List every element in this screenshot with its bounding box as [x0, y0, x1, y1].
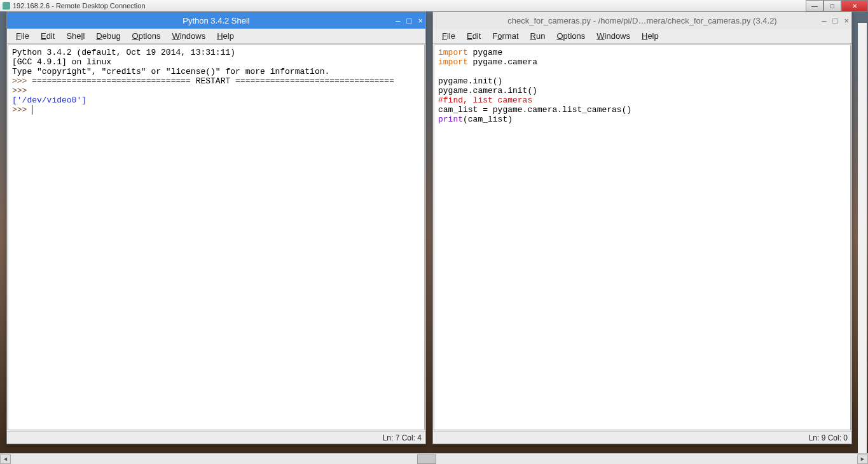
code-print: print — [438, 115, 463, 124]
code-init1: pygame.init() — [438, 76, 502, 86]
code-pygame-camera: pygame.camera — [468, 57, 537, 67]
shell-output: ['/dev/video0'] — [12, 95, 86, 105]
shell-menu-debug[interactable]: Debug — [91, 30, 125, 42]
shell-window-controls: – □ × — [396, 16, 423, 25]
desktop-hscrollbar[interactable]: ◄ ► — [0, 453, 868, 464]
hscroll-thumb[interactable] — [417, 454, 436, 464]
shell-menu-options[interactable]: Options — [127, 30, 166, 42]
editor-menu-windows[interactable]: Windows — [591, 30, 635, 42]
editor-close-button[interactable]: × — [844, 16, 849, 25]
shell-line-1: Python 3.4.2 (default, Oct 19 2014, 13:3… — [12, 48, 235, 57]
outer-window-controls: — □ ✕ — [806, 0, 868, 11]
editor-window-controls: – □ × — [822, 16, 849, 25]
shell-prompt-3: >>> — [12, 105, 32, 115]
shell-prompt-2: >>> — [12, 86, 32, 95]
hscroll-track[interactable] — [11, 454, 857, 464]
editor-menu-help[interactable]: Help — [637, 30, 664, 42]
python-shell-window: Python 3.4.2 Shell – □ × File Edit Shell… — [6, 11, 426, 444]
outer-close-button[interactable]: ✕ — [841, 0, 868, 11]
shell-close-button[interactable]: × — [418, 16, 423, 25]
editor-title: check_for_cameras.py - /home/pi/D…mera/c… — [507, 16, 776, 25]
shell-title: Python 3.4.2 Shell — [183, 16, 250, 25]
editor-status: Ln: 9 Col: 0 — [809, 433, 848, 442]
code-comment: #find, list cameras — [438, 95, 532, 105]
code-init2: pygame.camera.init() — [438, 86, 537, 95]
desktop-vscrollbar[interactable] — [858, 23, 867, 453]
remote-desktop-area: Python 3.4.2 Shell – □ × File Edit Shell… — [0, 11, 868, 464]
shell-menu-windows[interactable]: Windows — [167, 30, 210, 42]
code-camlist: cam_list = pygame.camera.list_cameras() — [438, 105, 631, 115]
shell-titlebar[interactable]: Python 3.4.2 Shell – □ × — [7, 12, 425, 29]
editor-window: check_for_cameras.py - /home/pi/D…mera/c… — [432, 11, 852, 444]
rdp-titlebar: 192.168.2.6 - Remote Desktop Connection — [0, 0, 868, 11]
shell-menubar: File Edit Shell Debug Options Windows He… — [7, 29, 425, 44]
shell-cursor — [32, 105, 38, 115]
hscroll-right-arrow-icon[interactable]: ► — [857, 454, 868, 464]
shell-maximize-button[interactable]: □ — [407, 16, 412, 25]
code-import-2: import — [438, 57, 468, 67]
shell-minimize-button[interactable]: – — [396, 16, 400, 25]
shell-status: Ln: 7 Col: 4 — [383, 433, 422, 442]
editor-menu-run[interactable]: Run — [525, 30, 551, 42]
editor-maximize-button[interactable]: □ — [833, 16, 838, 25]
hscroll-left-arrow-icon[interactable]: ◄ — [0, 454, 11, 464]
editor-menu-edit[interactable]: Edit — [462, 30, 486, 42]
shell-menu-shell[interactable]: Shell — [61, 30, 90, 42]
shell-menu-help[interactable]: Help — [212, 30, 239, 42]
editor-menu-options[interactable]: Options — [551, 30, 590, 42]
shell-line-2: [GCC 4.9.1] on linux — [12, 57, 111, 67]
outer-maximize-button[interactable]: □ — [823, 0, 841, 11]
editor-minimize-button[interactable]: – — [822, 16, 826, 25]
editor-statusbar: Ln: 9 Col: 0 — [433, 431, 851, 444]
rdp-icon — [3, 2, 10, 10]
editor-content[interactable]: import pygame import pygame.camera pygam… — [434, 45, 851, 430]
editor-menubar: File Edit Format Run Options Windows Hel… — [433, 29, 851, 44]
editor-titlebar[interactable]: check_for_cameras.py - /home/pi/D…mera/c… — [433, 12, 851, 29]
code-print-args: (cam_list) — [463, 115, 513, 124]
outer-minimize-button[interactable]: — — [806, 0, 823, 11]
code-pygame-1: pygame — [468, 48, 503, 57]
code-import-1: import — [438, 48, 468, 57]
shell-content[interactable]: Python 3.4.2 (default, Oct 19 2014, 13:3… — [8, 45, 425, 430]
rdp-title: 192.168.2.6 - Remote Desktop Connection — [13, 2, 146, 10]
shell-line-3: Type "copyright", "credits" or "license(… — [12, 67, 329, 76]
editor-menu-format[interactable]: Format — [487, 30, 523, 42]
shell-menu-edit[interactable]: Edit — [36, 30, 60, 42]
shell-restart: ================================ RESTART… — [32, 76, 394, 86]
shell-menu-file[interactable]: File — [11, 30, 34, 42]
shell-prompt-1: >>> — [12, 76, 32, 86]
shell-statusbar: Ln: 7 Col: 4 — [7, 431, 425, 444]
editor-menu-file[interactable]: File — [437, 30, 460, 42]
